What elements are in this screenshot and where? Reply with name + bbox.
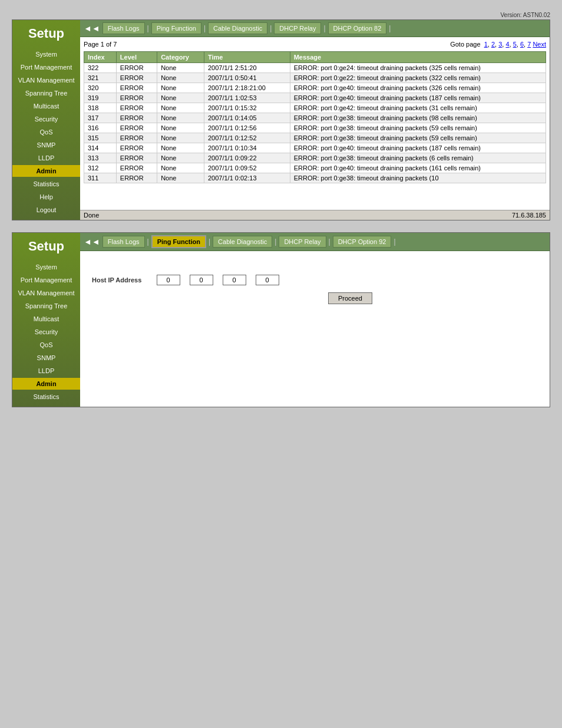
cell-index: 317 <box>84 113 117 123</box>
sidebar-item-snmp-1[interactable]: SNMP <box>12 139 80 151</box>
cell-message: ERROR: port 0:ge24: timeout draining pac… <box>290 63 546 73</box>
nav-back-arrow-1[interactable]: ◄◄ <box>84 24 100 33</box>
page-link-7[interactable]: 7 <box>527 41 531 48</box>
sidebar-item-spanning-1[interactable]: Spanning Tree <box>12 87 80 99</box>
cell-index: 315 <box>84 133 117 143</box>
sidebar-item-lldp-1[interactable]: LLDP <box>12 152 80 164</box>
sidebar-item-portmgmt-1[interactable]: Port Management <box>12 61 80 73</box>
cell-time: 2007/1/1 0:02:13 <box>204 173 290 183</box>
sidebar-item-admin-1[interactable]: Admin <box>12 165 80 177</box>
cell-category: None <box>157 143 204 153</box>
cell-message: ERROR: port 0:ge40: timeout draining pac… <box>290 93 546 103</box>
sidebar-item-statistics-2[interactable]: Statistics <box>12 391 80 403</box>
sidebar-item-system-2[interactable]: System <box>12 261 80 273</box>
cell-index: 319 <box>84 93 117 103</box>
table-row: 314 ERROR None 2007/1/1 0:10:34 ERROR: p… <box>84 143 546 153</box>
cell-level: ERROR <box>116 73 157 83</box>
sidebar-title-2: Setup <box>28 239 64 254</box>
ip-octet-2[interactable] <box>190 275 213 285</box>
nav-tab-ping-2[interactable]: Ping Function <box>151 235 206 248</box>
table-row: 321 ERROR None 2007/1/1 0:50:41 ERROR: p… <box>84 73 546 83</box>
nav-tab-flashlogs-2[interactable]: Flash Logs <box>103 236 145 248</box>
col-time: Time <box>204 52 290 63</box>
table-row: 315 ERROR None 2007/1/1 0:12:52 ERROR: p… <box>84 133 546 143</box>
page-link-4[interactable]: 4 <box>505 41 509 48</box>
sidebar-panel2: Setup System Port Management VLAN Manage… <box>12 233 80 407</box>
sidebar-item-statistics-1[interactable]: Statistics <box>12 178 80 190</box>
page-info-row-1: Page 1 of 7 Goto page 1, 2, 3, 4, 5, 6, … <box>84 41 546 48</box>
cell-category: None <box>157 173 204 183</box>
nav-tab-dhcprelay-2[interactable]: DHCP Relay <box>279 236 326 248</box>
nav-tab-ping-1[interactable]: Ping Function <box>151 22 201 34</box>
nav-tab-cable-2[interactable]: Cable Diagnostic <box>213 236 272 248</box>
cell-message: ERROR: port 0:ge38: timeout draining pac… <box>290 123 546 133</box>
cell-level: ERROR <box>116 123 157 133</box>
cell-time: 2007/1/1 2:51:20 <box>204 63 290 73</box>
table-row: 322 ERROR None 2007/1/1 2:51:20 ERROR: p… <box>84 63 546 73</box>
sidebar-item-multicast-2[interactable]: Multicast <box>12 313 80 325</box>
sidebar-item-spanning-2[interactable]: Spanning Tree <box>12 300 80 312</box>
cell-time: 2007/1/1 2:18:21:00 <box>204 83 290 93</box>
proceed-button[interactable]: Proceed <box>328 292 372 304</box>
cell-category: None <box>157 163 204 173</box>
top-nav-1: ◄◄ Flash Logs | Ping Function | Cable Di… <box>80 20 550 37</box>
sidebar-item-qos-1[interactable]: QoS <box>12 126 80 138</box>
status-done: Done <box>84 212 99 219</box>
cell-level: ERROR <box>116 163 157 173</box>
sidebar-item-system-1[interactable]: System <box>12 48 80 60</box>
cell-index: 320 <box>84 83 117 93</box>
cell-time: 2007/1/1 0:14:05 <box>204 113 290 123</box>
sidebar-item-help-1[interactable]: Help <box>12 191 80 203</box>
ip-octet-1[interactable] <box>157 275 180 285</box>
sidebar-item-multicast-1[interactable]: Multicast <box>12 100 80 112</box>
cell-time: 2007/1/1 0:50:41 <box>204 73 290 83</box>
nav-back-arrow-2[interactable]: ◄◄ <box>84 237 100 246</box>
cell-index: 321 <box>84 73 117 83</box>
page-link-5[interactable]: 5 <box>513 41 517 48</box>
sidebar-item-vlanmgmt-2[interactable]: VLAN Management <box>12 287 80 299</box>
cell-time: 2007/1/1 1:02:53 <box>204 93 290 103</box>
cell-message: ERROR: port 0:ge38: timeout draining pac… <box>290 113 546 123</box>
ip-octet-3[interactable] <box>223 275 246 285</box>
sidebar-item-security-2[interactable]: Security <box>12 326 80 338</box>
sidebar-item-lldp-2[interactable]: LLDP <box>12 365 80 377</box>
version-text: Version: ASTN0.02 <box>12 12 550 18</box>
nav-tab-dhcprelay-1[interactable]: DHCP Relay <box>274 22 321 34</box>
page-next-link[interactable]: Next <box>533 41 546 48</box>
sidebar-item-security-1[interactable]: Security <box>12 113 80 125</box>
cell-category: None <box>157 103 204 113</box>
sidebar-item-qos-2[interactable]: QoS <box>12 339 80 351</box>
cell-message: ERROR: port 0:ge40: timeout draining pac… <box>290 83 546 93</box>
nav-tab-dhcpoption-1[interactable]: DHCP Option 82 <box>328 22 387 34</box>
cell-time: 2007/1/1 0:09:22 <box>204 153 290 163</box>
sidebar-item-logout-1[interactable]: Logout <box>12 204 80 216</box>
nav-tab-dhcpoption-2[interactable]: DHCP Option 92 <box>333 236 392 248</box>
cell-category: None <box>157 63 204 73</box>
cell-category: None <box>157 83 204 93</box>
host-ip-label: Host IP Address <box>92 276 141 284</box>
ip-octet-4[interactable] <box>256 275 279 285</box>
table-row: 319 ERROR None 2007/1/1 1:02:53 ERROR: p… <box>84 93 546 103</box>
cell-category: None <box>157 133 204 143</box>
cell-category: None <box>157 93 204 103</box>
page-link-6[interactable]: 6 <box>520 41 524 48</box>
nav-tab-flashlogs-1[interactable]: Flash Logs <box>103 22 145 34</box>
cell-message: ERROR: port 0:ge38: timeout draining pac… <box>290 153 546 163</box>
page-link-2[interactable]: 2 <box>491 41 495 48</box>
cell-message: ERROR: port 0:ge38: timeout draining pac… <box>290 173 546 183</box>
col-category: Category <box>157 52 204 63</box>
page-link-1[interactable]: 1 <box>484 41 488 48</box>
cell-index: 316 <box>84 123 117 133</box>
nav-tab-cable-1[interactable]: Cable Diagnostic <box>208 22 267 34</box>
sidebar-item-snmp-2[interactable]: SNMP <box>12 352 80 364</box>
cell-index: 312 <box>84 163 117 173</box>
cell-message: ERROR: port 0:ge42: timeout draining pac… <box>290 103 546 113</box>
sidebar-item-vlanmgmt-1[interactable]: VLAN Management <box>12 74 80 86</box>
sidebar-item-portmgmt-2[interactable]: Port Management <box>12 274 80 286</box>
cell-level: ERROR <box>116 133 157 143</box>
sidebar-item-admin-2[interactable]: Admin <box>12 378 80 390</box>
cell-level: ERROR <box>116 103 157 113</box>
cell-level: ERROR <box>116 63 157 73</box>
page-link-3[interactable]: 3 <box>498 41 502 48</box>
cell-level: ERROR <box>116 173 157 183</box>
